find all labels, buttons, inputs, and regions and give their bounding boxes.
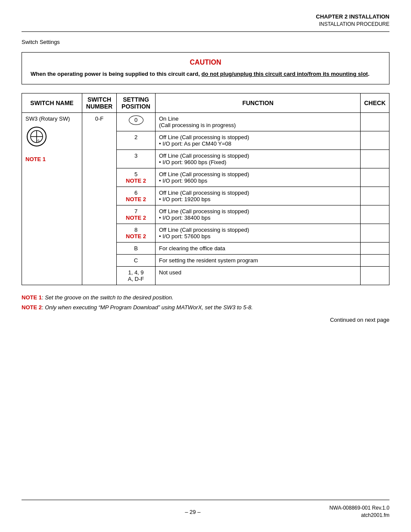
check-6: [361, 187, 389, 205]
check-3: [361, 150, 389, 168]
setting-position-5: 5NOTE 2: [117, 168, 156, 187]
switch-name-cell: SW3 (Rotary SW): [22, 113, 82, 285]
function-2: Off Line (Call processing is stopped)• I…: [156, 131, 361, 150]
check-7: [361, 205, 389, 224]
function-5: Off Line (Call processing is stopped)• I…: [156, 168, 361, 187]
th-check: CHECK: [361, 93, 389, 113]
page-footer: – 29 – NWA-008869-001 Rev.1.0 atch2001.f…: [22, 504, 389, 519]
rotary-switch-icon: 0: [25, 125, 78, 149]
note1-label: NOTE 1: [25, 156, 46, 162]
switch-name-label: SW3 (Rotary SW): [25, 115, 78, 122]
th-switch-name: SWITCH NAME: [22, 93, 82, 113]
footer-file-name: atch2001.fm: [330, 512, 389, 519]
setting-position-0: 0: [117, 113, 156, 131]
note1-label-text: NOTE 1: [22, 294, 42, 301]
function-6: Off Line (Call processing is stopped)• I…: [156, 187, 361, 205]
position-oval-0: 0: [129, 115, 143, 125]
note2-ref-6: NOTE 2: [126, 196, 146, 202]
th-setting-position: SETTING POSITION: [117, 93, 156, 113]
caution-text: When the operating power is being suppli…: [31, 70, 380, 78]
check-5: [361, 168, 389, 187]
check-2: [361, 131, 389, 150]
notes-section: NOTE 1: Set the groove on the switch to …: [22, 293, 389, 312]
header-divider: [22, 31, 389, 32]
setting-position-other: 1, 4, 9A, D-F: [117, 267, 156, 285]
check-b: [361, 243, 389, 255]
note2-ref-8: NOTE 2: [126, 233, 146, 240]
check-other: [361, 267, 389, 285]
table-row: SW3 (Rotary SW): [22, 113, 389, 131]
check-8: [361, 224, 389, 243]
note2-ref-5: NOTE 2: [126, 177, 146, 184]
setting-position-8: 8NOTE 2: [117, 224, 156, 243]
note1-text: NOTE 1: Set the groove on the switch to …: [22, 293, 389, 302]
page-number: – 29 –: [185, 509, 200, 515]
function-3: Off Line (Call processing is stopped)• I…: [156, 150, 361, 168]
switch-number-cell: 0-F: [82, 113, 117, 285]
function-7: Off Line (Call processing is stopped)• I…: [156, 205, 361, 224]
setting-position-3: 3: [117, 150, 156, 168]
th-switch-number: SWITCH NUMBER: [82, 93, 117, 113]
function-0: On Line(Call processing is in progress): [156, 113, 361, 131]
function-other: Not used: [156, 267, 361, 285]
note2-label-text: NOTE 2: [22, 304, 42, 311]
caution-box: CAUTION When the operating power is bein…: [22, 52, 389, 85]
check-0: [361, 113, 389, 131]
setting-position-7: 7NOTE 2: [117, 205, 156, 224]
footer-doc-info: NWA-008869-001 Rev.1.0 atch2001.fm: [330, 504, 389, 519]
switch-settings-table: SWITCH NAME SWITCH NUMBER SETTING POSITI…: [22, 93, 389, 285]
chapter-subtitle: INSTALLATION PROCEDURE: [22, 21, 389, 28]
check-c: [361, 255, 389, 267]
setting-position-2: 2: [117, 131, 156, 150]
caution-title: CAUTION: [31, 59, 380, 66]
footer-doc-number: NWA-008869-001 Rev.1.0: [330, 504, 389, 512]
caution-text-bold: When the operating power is being suppli…: [31, 71, 370, 77]
page-header: CHAPTER 2 INSTALLATION INSTALLATION PROC…: [22, 13, 389, 28]
section-title: Switch Settings: [22, 39, 389, 45]
note2-text: NOTE 2: Only when executing “MP Program …: [22, 303, 389, 312]
chapter-title: CHAPTER 2 INSTALLATION: [22, 13, 389, 21]
setting-position-b: B: [117, 243, 156, 255]
th-function: FUNCTION: [156, 93, 361, 113]
footer-divider: [22, 500, 389, 500]
function-c: For setting the resident system program: [156, 255, 361, 267]
switch-number-value: 0-F: [95, 115, 104, 122]
setting-position-6: 6NOTE 2: [117, 187, 156, 205]
function-b: For clearing the office data: [156, 243, 361, 255]
function-8: Off Line (Call processing is stopped)• I…: [156, 224, 361, 243]
continued-text: Continued on next page: [22, 317, 389, 323]
svg-text:0: 0: [37, 139, 40, 143]
note2-ref-7: NOTE 2: [126, 215, 146, 221]
setting-position-c: C: [117, 255, 156, 267]
